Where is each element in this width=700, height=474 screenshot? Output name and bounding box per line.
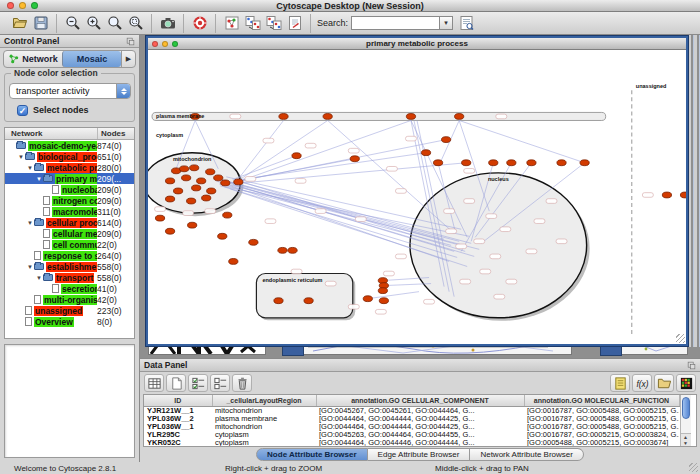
tree-row-cellular-process[interactable]: ▼cellular process614(0) — [5, 217, 134, 228]
tree-row-macromolecule[interactable]: macromolecule311(0) — [5, 206, 134, 217]
tree-expand-icon[interactable]: ▼ — [26, 264, 34, 270]
region-label-plasma-membrane: plasma membrane — [156, 113, 204, 119]
table-row[interactable]: YLR295Ccytoplasm[GO:0045263, GO:0044464,… — [144, 431, 679, 439]
tree-row-transport[interactable]: ▼transport558(0) — [5, 272, 134, 283]
column-header--cellularlayoutregion[interactable]: _cellularLayoutRegion — [212, 395, 316, 406]
tree-row-response-to-stimul[interactable]: response to stimul264(0) — [5, 250, 134, 261]
network-file-icon — [43, 229, 50, 238]
network-window-titlebar[interactable]: primary metabolic process — [148, 38, 686, 50]
zoom-region-button[interactable] — [125, 14, 146, 33]
tree-row-secretion[interactable]: secretion41(0) — [5, 283, 134, 294]
network-overview-button[interactable] — [221, 14, 242, 33]
tab-mosaic[interactable]: Mosaic — [62, 51, 121, 67]
search-input[interactable] — [351, 16, 439, 30]
search-options-button[interactable] — [456, 14, 477, 33]
table-scrollbar-thumb[interactable] — [682, 397, 690, 419]
table-row[interactable]: YPL036W__1mitochondrion[GO:0044464, GO:0… — [144, 423, 679, 431]
data-panel-header: Data Panel — [140, 359, 700, 372]
notepad-button[interactable] — [610, 374, 630, 392]
tree-row-nitrogen-compo[interactable]: nitrogen compo209(0) — [5, 195, 134, 206]
column-header-annotation-go-cellular-component[interactable]: annotation.GO CELLULAR_COMPONENT — [316, 395, 524, 406]
network-canvas[interactable]: plasma membranecytoplasmmitochondrionnuc… — [148, 50, 686, 344]
tree-expand-icon[interactable]: ▼ — [26, 165, 34, 171]
folder-icon — [25, 153, 35, 160]
tab-network[interactable]: Network — [4, 51, 62, 67]
node-color-dropdown[interactable]: transporter activity — [9, 83, 131, 99]
select-nodes-checkbox[interactable]: ✓ — [17, 105, 28, 116]
select-attributes-button[interactable] — [188, 374, 208, 392]
tree-column-nodes[interactable]: Nodes — [98, 128, 134, 139]
tree-row-primary-metabo[interactable]: ▼primary metabo209(... — [5, 173, 134, 184]
unselect-attributes-button[interactable] — [210, 374, 230, 392]
tree-row-establishment-of-lo[interactable]: ▼establishment of lo558(0) — [5, 261, 134, 272]
graph-node — [507, 160, 516, 166]
window-resize-grip[interactable] — [689, 463, 698, 472]
table-row[interactable]: YKR052Ccytoplasm[GO:0044464, GO:0044446,… — [144, 439, 679, 447]
tree-expand-icon[interactable]: ▼ — [26, 220, 34, 226]
tree-expand-icon[interactable]: ▼ — [35, 176, 43, 182]
node-label-tag — [348, 148, 359, 153]
tree-row-unassigned[interactable]: unassigned223(0) — [5, 305, 134, 316]
tab-edge-attribute-browser[interactable]: Edge Attribute Browser — [368, 448, 471, 461]
canvas-resize-grip[interactable] — [676, 334, 685, 343]
graph-node — [206, 169, 215, 175]
import-table-button[interactable] — [654, 374, 674, 392]
table-row[interactable]: YPL036W__2plasma membrane[GO:0044464, GO… — [144, 415, 679, 423]
status-zoom-hint: Right-click + drag to ZOOM — [225, 464, 322, 473]
birds-eye-view[interactable] — [4, 344, 135, 458]
zoom-region-icon — [128, 15, 144, 31]
tree-row-label: Overview — [34, 317, 74, 327]
node-label-tag — [325, 281, 336, 286]
import-attributes-button[interactable] — [263, 14, 284, 33]
open-folder-button[interactable] — [9, 14, 30, 33]
tree-row-node-count: 41(0) — [97, 284, 134, 294]
tab-node-attribute-browser[interactable]: Node Attribute Browser — [256, 448, 368, 461]
tree-row-biological-process[interactable]: ▼biological_process651(0) — [5, 151, 134, 162]
search-dropdown-button[interactable]: ▾ — [439, 16, 453, 30]
network-graph[interactable]: plasma membranecytoplasmmitochondrionnuc… — [148, 50, 686, 344]
float-panel-icon[interactable] — [126, 37, 135, 46]
delete-attribute-button[interactable] — [232, 374, 252, 392]
zoom-fit-button[interactable] — [104, 14, 125, 33]
float-data-panel-icon[interactable] — [687, 361, 696, 370]
function-button[interactable]: f(x) — [632, 374, 652, 392]
tab-overflow-button[interactable]: ▶ — [121, 51, 135, 67]
tree-row-node-count: 651(0) — [97, 152, 134, 162]
import-network-icon — [245, 15, 261, 31]
zoom-out-button[interactable] — [62, 14, 83, 33]
create-attribute-button[interactable] — [166, 374, 186, 392]
tree-row-label: primary metabo — [55, 174, 97, 184]
tree-row-nucleobase-[interactable]: nucleobase-209(0) — [5, 184, 134, 195]
tree-row-metabolic-process[interactable]: ▼metabolic process280(0) — [5, 162, 134, 173]
graph-node — [165, 196, 174, 202]
attribute-table-button[interactable] — [144, 374, 164, 392]
attribute-table[interactable]: ID_cellularLayoutRegionannotation.GO CEL… — [144, 395, 680, 447]
table-row[interactable]: YJR121W__1mitochondrion[GO:0045267, GO:0… — [144, 406, 679, 415]
graph-node — [165, 178, 174, 184]
table-scrollbar[interactable]: ▲▼ — [680, 395, 691, 446]
save-button[interactable] — [30, 14, 51, 33]
tree-row-cell-communicat[interactable]: cell communicat22(0) — [5, 239, 134, 250]
import-network-button[interactable] — [242, 14, 263, 33]
tree-row-cellular-metabo[interactable]: cellular metabo209(0) — [5, 228, 134, 239]
help-button[interactable] — [189, 14, 210, 33]
tree-expand-icon[interactable]: ▼ — [17, 154, 25, 160]
annotation-button[interactable] — [284, 14, 305, 33]
tree-row-overview[interactable]: Overview8(0) — [5, 316, 134, 327]
color-matrix-button[interactable] — [676, 374, 696, 392]
tree-column-network[interactable]: Network — [5, 128, 98, 139]
tree-expand-icon[interactable]: ▼ — [35, 275, 43, 281]
tree-row-multi-organism-pro[interactable]: multi-organism pro42(0) — [5, 294, 134, 305]
table-scrollbar-arrows[interactable]: ▲▼ — [681, 433, 691, 446]
graph-edge — [214, 178, 444, 239]
column-header-id[interactable]: ID — [144, 395, 212, 406]
snapshot-button[interactable] — [157, 14, 178, 33]
node-label-tag — [506, 279, 517, 284]
tree-row-mosaic-demo-yeast[interactable]: mosaic-demo-yeast874(0) — [5, 140, 134, 151]
tree-row-node-count: 209(0) — [97, 185, 134, 195]
tree-row-node-count: 209(... — [97, 174, 134, 184]
tree-row-label: cellular process — [46, 218, 97, 228]
zoom-in-button[interactable] — [83, 14, 104, 33]
column-header-annotation-go-molecular-function[interactable]: annotation.GO MOLECULAR_FUNCTION — [524, 395, 679, 406]
tab-network-attribute-browser[interactable]: Network Attribute Browser — [470, 448, 583, 461]
